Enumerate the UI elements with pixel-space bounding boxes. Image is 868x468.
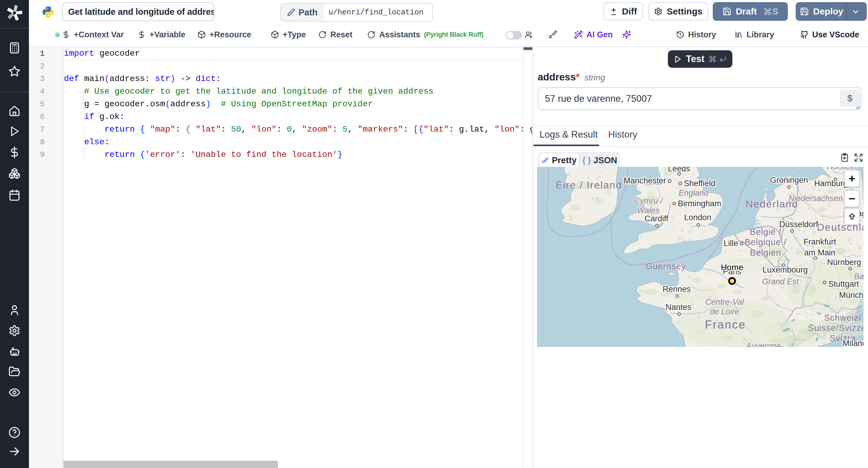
svg-text:Stuttgart: Stuttgart [828, 279, 859, 289]
svg-text:België /: België / [750, 227, 781, 237]
svg-text:Schweiz/: Schweiz/ [824, 313, 861, 323]
svg-text:Home: Home [721, 263, 744, 272]
svg-text:Luxembourg: Luxembourg [763, 265, 808, 274]
svg-text:Lille: Lille [724, 239, 738, 248]
svg-text:Cymru /: Cymru / [634, 196, 663, 205]
svg-text:Éire / Ireland: Éire / Ireland [556, 179, 622, 191]
svg-text:Grand Est: Grand Est [762, 277, 799, 286]
svg-text:Nantes: Nantes [665, 303, 691, 312]
svg-text:Cardiff: Cardiff [644, 214, 669, 223]
svg-text:Rennes: Rennes [662, 285, 690, 294]
svg-text:Sheffield: Sheffield [684, 179, 715, 188]
svg-text:Milano: Milano [843, 339, 864, 347]
svg-text:Belgien: Belgien [750, 248, 781, 258]
svg-text:Birmingham: Birmingham [678, 199, 721, 208]
svg-text:Centre-Val: Centre-Val [705, 298, 744, 307]
svg-text:München: München [839, 291, 864, 300]
svg-text:Nürnberg: Nürnberg [827, 258, 861, 267]
svg-text:France: France [705, 318, 746, 331]
svg-text:Guernsey: Guernsey [646, 261, 686, 271]
svg-text:Frankfurt: Frankfurt [804, 237, 836, 246]
svg-text:de Loire: de Loire [710, 307, 739, 316]
svg-text:Wales: Wales [637, 206, 660, 215]
svg-text:Groningen: Groningen [770, 175, 808, 185]
svg-text:Leeds: Leeds [668, 167, 690, 173]
svg-text:Manchester: Manchester [624, 176, 666, 185]
svg-text:Auvergne-: Auvergne- [745, 341, 784, 347]
svg-text:Düsseldorf: Düsseldorf [779, 220, 818, 229]
svg-text:Suisse/Svizzera/: Suisse/Svizzera/ [808, 323, 864, 333]
svg-text:Niedersachsen: Niedersachsen [788, 194, 843, 203]
svg-text:England: England [678, 189, 709, 198]
svg-text:Belgique /: Belgique / [745, 237, 786, 247]
svg-text:Hamburg: Hamburg [814, 179, 847, 188]
svg-text:am Main: am Main [804, 248, 835, 257]
svg-text:London: London [684, 213, 711, 222]
